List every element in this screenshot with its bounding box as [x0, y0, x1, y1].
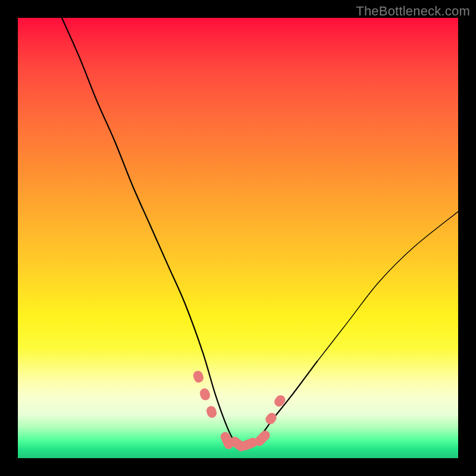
curve-right-branch-tail — [317, 212, 458, 362]
curve-marker — [199, 387, 212, 402]
plot-area — [18, 18, 458, 458]
watermark-text: TheBottleneck.com — [356, 4, 470, 19]
curve-marker — [264, 411, 278, 427]
chart-stage: TheBottleneck.com — [0, 0, 476, 476]
curve-markers — [192, 369, 287, 453]
curve-left-branch — [62, 18, 247, 446]
curve-marker — [205, 405, 218, 419]
curve-marker — [273, 393, 287, 409]
curve-marker — [192, 369, 205, 384]
curve-layer — [18, 18, 458, 458]
